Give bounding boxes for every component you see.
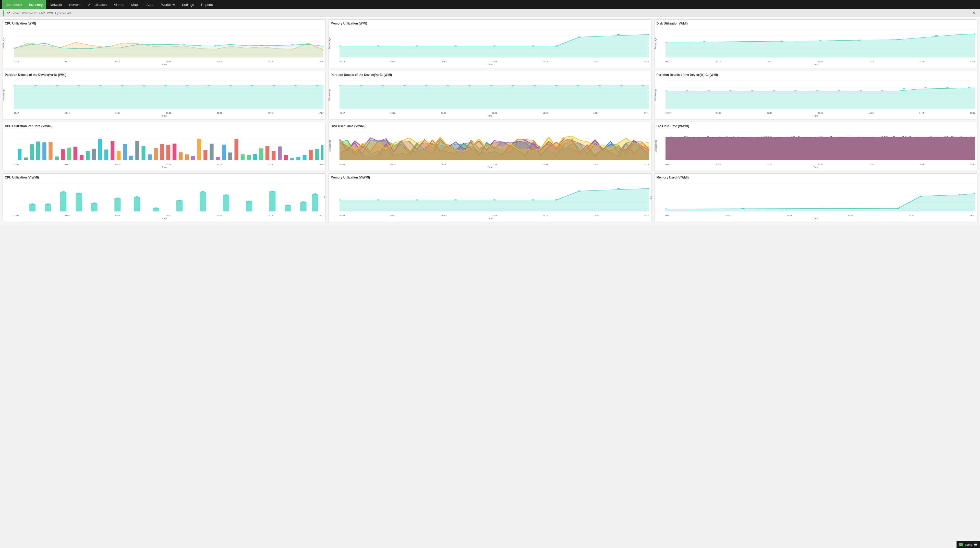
svg-rect-176 [135, 141, 139, 160]
svg-rect-199 [278, 147, 282, 160]
svg-rect-398 [269, 191, 275, 212]
x-label-2: Time [657, 63, 975, 66]
svg-point-63 [819, 40, 822, 41]
svg-rect-402 [300, 202, 306, 212]
chart-card-10: Memory Utilization (VIWMI)%80604020000:0… [328, 174, 651, 222]
chart-title-6: CPU Utilization Per Core (VIWMI) [5, 124, 323, 128]
nav-inventory[interactable]: Inventory [25, 0, 46, 9]
x-axis-10: 00:0303:0706:1009:1412:1715:2018:24 [331, 215, 649, 217]
svg-point-46 [617, 34, 620, 35]
nav-reports[interactable]: Reports [197, 0, 216, 9]
svg-point-439 [741, 208, 745, 209]
svg-point-25 [307, 44, 310, 45]
x-axis-4: 00:1703:1206:0609:0111:5514:5017:44 [331, 112, 649, 114]
nav-alarms[interactable]: Alarms [110, 0, 128, 9]
svg-rect-169 [92, 149, 96, 160]
chart-card-5: Partition Details of the Device(%)-C: (W… [654, 71, 977, 119]
charts-grid: CPU Utilization (WMI)Percentage151184000… [3, 19, 977, 222]
svg-point-137 [794, 91, 797, 91]
svg-point-138 [816, 91, 819, 91]
svg-rect-376 [45, 204, 51, 212]
svg-rect-205 [315, 149, 319, 160]
svg-point-422 [532, 199, 535, 201]
svg-point-399 [270, 191, 274, 192]
svg-rect-378 [60, 192, 66, 212]
svg-point-421 [493, 199, 496, 201]
close-button[interactable]: ✕ [970, 10, 977, 16]
chart-card-0: CPU Utilization (WMI)Percentage151184000… [3, 19, 326, 68]
svg-point-9 [59, 47, 62, 48]
svg-point-115 [555, 85, 558, 86]
svg-rect-186 [197, 139, 201, 160]
breadcrumb-bar: h* Server | Windows 2012 R2 | WMI | Hype… [0, 9, 980, 17]
nav-settings[interactable]: Settings [178, 0, 197, 9]
svg-rect-374 [29, 204, 35, 212]
svg-point-443 [958, 194, 961, 195]
svg-point-83 [99, 85, 102, 86]
svg-point-377 [46, 203, 50, 204]
svg-point-419 [415, 199, 418, 201]
chart-wrapper-8: Milliseconds300000225000150000750000 [657, 129, 975, 162]
nav-maps[interactable]: Maps [128, 0, 143, 9]
chart-title-3: Partition Details of the Device(%)-D: (W… [5, 73, 323, 76]
breadcrumb-title: h* [6, 11, 10, 15]
navbar: Dashboard Inventory Network Servers Virt… [0, 0, 980, 9]
y-axis-label-0: Percentage [2, 38, 5, 49]
svg-rect-167 [80, 155, 83, 160]
chart-wrapper-3: Percentage54310 [5, 78, 323, 112]
svg-point-389 [154, 207, 158, 209]
nav-workflow[interactable]: Workflow [158, 0, 178, 9]
nav-servers[interactable]: Servers [65, 0, 84, 9]
chart-card-4: Partition Details of the Device(%)-E: (W… [328, 71, 651, 119]
x-label-1: Time [331, 63, 649, 66]
svg-point-19 [214, 45, 217, 46]
svg-point-403 [301, 201, 305, 203]
svg-point-10 [74, 48, 77, 49]
svg-rect-172 [111, 141, 115, 160]
svg-point-140 [859, 91, 862, 91]
svg-rect-161 [42, 142, 46, 160]
svg-point-418 [377, 199, 380, 201]
chart-svg-5: 1511840 [665, 78, 975, 112]
nav-virtualization[interactable]: Virtualization [84, 0, 110, 9]
svg-point-401 [286, 204, 290, 206]
svg-point-12 [105, 46, 108, 47]
svg-point-88 [207, 85, 210, 86]
x-label-5: Time [657, 115, 975, 117]
svg-point-82 [77, 85, 80, 86]
breadcrumb-path: Server | Windows 2012 R2 | WMI | HyperV-… [11, 11, 71, 14]
x-axis-8: 00:0303:1606:2809:4112:5316:0619:18 [657, 163, 975, 166]
svg-rect-163 [55, 156, 59, 160]
y-axis-label-10: % [323, 196, 326, 198]
nav-dashboard[interactable]: Dashboard [2, 0, 25, 9]
svg-point-112 [490, 85, 493, 86]
x-axis-6: 00:0303:0706:1009:1412:1715:2018:24 [5, 163, 323, 166]
chart-wrapper-0: Percentage1511840 [5, 27, 323, 60]
svg-point-85 [142, 85, 145, 86]
svg-point-60 [703, 41, 706, 42]
svg-point-425 [617, 188, 620, 189]
chart-wrapper-9: %65320 [5, 181, 323, 214]
chart-svg-1: 806040200 [339, 27, 649, 60]
x-axis-1: 00:1303:0306:1309:1412:1415:1518:15 [331, 61, 649, 63]
svg-point-14 [136, 44, 139, 45]
y-axis-label-5: Percentage [654, 89, 657, 100]
svg-point-423 [555, 199, 558, 201]
svg-rect-159 [30, 144, 34, 160]
x-label-8: Time [657, 166, 975, 169]
x-label-10: Time [331, 217, 649, 220]
svg-rect-184 [185, 155, 189, 160]
svg-point-11 [90, 48, 93, 49]
svg-point-89 [229, 85, 232, 86]
x-label-0: Time [5, 63, 323, 66]
svg-point-93 [316, 85, 319, 86]
svg-point-64 [858, 40, 861, 41]
nav-network[interactable]: Network [46, 0, 65, 9]
svg-point-18 [198, 45, 201, 46]
svg-rect-203 [302, 155, 306, 160]
chart-wrapper-5: Percentage1511840 [657, 78, 975, 112]
nav-apps[interactable]: Apps [143, 0, 158, 9]
svg-point-16 [167, 44, 170, 45]
breadcrumb: h* Server | Windows 2012 R2 | WMI | Hype… [3, 11, 71, 16]
svg-point-110 [447, 85, 450, 86]
